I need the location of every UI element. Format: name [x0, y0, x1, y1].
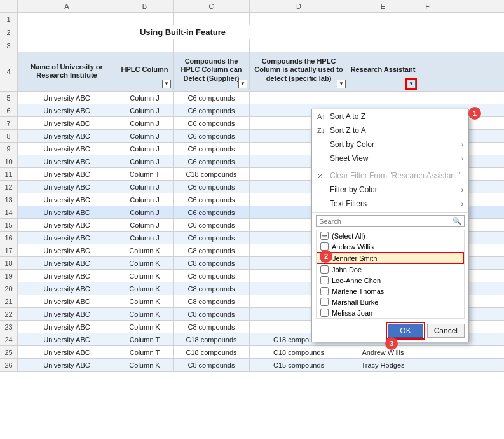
cell-3-d: [174, 39, 250, 52]
checklist-label: Marlene Thomas: [332, 288, 384, 295]
text-filters-label: Text Filters: [330, 199, 367, 208]
sheet-view-item[interactable]: Sheet View ›: [312, 151, 468, 165]
cell-10-c: Column J: [116, 155, 174, 167]
rownum-25: 25: [0, 346, 18, 358]
checklist-checkbox[interactable]: [320, 309, 329, 317]
cell-8-d: C6 compounds: [174, 130, 250, 142]
separator-1: [312, 167, 468, 167]
ok-button[interactable]: OK: [388, 324, 423, 338]
header-compounds-lab: Compounds the HPLC Column is actually us…: [250, 52, 348, 90]
cell-15-c: Column J: [116, 219, 174, 231]
checklist-item[interactable]: Jennifer Smith: [317, 252, 464, 264]
checklist-checkbox[interactable]: [320, 298, 329, 306]
sort-by-color-item[interactable]: Sort by Color ›: [312, 137, 468, 151]
cell-10-b: University ABC: [18, 155, 116, 167]
filter-by-color-item[interactable]: Filter by Color ›: [312, 183, 468, 197]
cell-26-g: [418, 359, 437, 371]
search-icon: 🔍: [453, 217, 461, 225]
checklist-checkbox[interactable]: [320, 242, 329, 251]
cell-2-g: [418, 25, 437, 39]
filter-btn-supplier[interactable]: ▼: [238, 80, 247, 88]
rownum-15: 15: [0, 219, 18, 231]
search-input[interactable]: [319, 218, 453, 225]
cell-8-c: Column J: [116, 130, 174, 142]
checklist-item[interactable]: (Select All): [317, 230, 464, 241]
cell-26-f: Tracy Hodges: [348, 359, 418, 371]
cell-7-c: Column J: [116, 117, 174, 129]
search-box[interactable]: 🔍: [316, 215, 465, 227]
cell-11-d: C18 compounds: [174, 168, 250, 180]
rownum-6: 6: [0, 104, 18, 116]
cell-25-b: University ABC: [18, 346, 116, 358]
cell-5-c: Column J: [116, 92, 174, 104]
cell-1-e: [250, 13, 348, 25]
cell-16-c: Column J: [116, 232, 174, 244]
cell-13-c: Column J: [116, 193, 174, 206]
col-header-b: B: [116, 0, 174, 12]
cell-22-d: C8 compounds: [174, 308, 250, 320]
sheet-view-label: Sheet View: [330, 154, 369, 163]
sort-by-color-arrow: ›: [461, 141, 463, 148]
header-compounds-supplier: Compounds the HPLC Column can Detect (Su…: [174, 52, 250, 90]
rownum-20: 20: [0, 282, 18, 295]
cell-11-b: University ABC: [18, 168, 116, 180]
rownum-3: 3: [0, 39, 18, 52]
checklist-item[interactable]: Marshall Burke: [317, 296, 464, 307]
cell-8-b: University ABC: [18, 130, 116, 142]
checklist-checkbox[interactable]: [320, 276, 329, 284]
annotation-3: 3: [385, 337, 398, 350]
cell-12-b: University ABC: [18, 181, 116, 193]
checklist-item[interactable]: Miriam Mitchell: [317, 318, 464, 319]
rownum-26: 26: [0, 359, 18, 371]
rownum-2: 2: [0, 25, 18, 39]
checklist-label: Marshall Burke: [332, 298, 378, 306]
cell-23-b: University ABC: [18, 321, 116, 333]
filter-btn-lab[interactable]: ▼: [337, 80, 346, 88]
checklist-checkbox[interactable]: [320, 265, 329, 274]
checklist-label: Melissa Joan: [332, 309, 372, 317]
sort-a-z-item[interactable]: A↑ Sort A to Z: [312, 109, 468, 123]
checklist-item[interactable]: Marlene Thomas: [317, 286, 464, 296]
cell-24-b: University ABC: [18, 333, 116, 345]
cell-21-b: University ABC: [18, 295, 116, 307]
table-row: 5 University ABC Column J C6 compounds: [0, 92, 504, 104]
checklist: (Select All)Andrew WillisJennifer SmithJ…: [316, 230, 465, 319]
checklist-item[interactable]: Lee-Anne Chen: [317, 275, 464, 286]
row-3: 3: [0, 39, 504, 52]
clear-filter-item[interactable]: ⊘ Clear Filter From "Research Assistant": [312, 169, 468, 183]
checklist-item[interactable]: John Doe: [317, 264, 464, 275]
cancel-button[interactable]: Cancel: [427, 324, 465, 338]
rownum-4: 4: [0, 52, 18, 91]
filter-btn-hplc[interactable]: ▼: [162, 80, 171, 88]
rownum-22: 22: [0, 308, 18, 320]
cell-5-b: University ABC: [18, 92, 116, 104]
checklist-label: Lee-Anne Chen: [332, 277, 381, 284]
filter-btn-research-assistant[interactable]: ▼: [407, 80, 416, 88]
filter-by-color-label: Filter by Color: [330, 185, 378, 194]
sort-z-a-item[interactable]: Z↓ Sort Z to A: [312, 123, 468, 137]
row-2: 2 Using Built-in Feature: [0, 25, 504, 39]
checklist-checkbox[interactable]: [320, 232, 329, 240]
cell-15-b: University ABC: [18, 219, 116, 231]
cell-19-c: Column K: [116, 270, 174, 282]
rownum-14: 14: [0, 206, 18, 218]
rownum-10: 10: [0, 155, 18, 167]
cell-21-c: Column K: [116, 295, 174, 307]
cell-14-c: Column J: [116, 206, 174, 218]
checklist-item[interactable]: Melissa Joan: [317, 307, 464, 318]
filter-dropdown: A↑ Sort A to Z Z↓ Sort Z to A Sort by Co…: [311, 109, 469, 342]
sort-by-color-label: Sort by Color: [330, 140, 374, 149]
cell-3-c: [116, 39, 174, 52]
cell-14-d: C6 compounds: [174, 206, 250, 218]
cell-25-f: Andrew Willis: [348, 346, 418, 358]
rownum-8: 8: [0, 130, 18, 142]
cell-16-b: University ABC: [18, 232, 116, 244]
checklist-checkbox[interactable]: [320, 287, 329, 295]
checklist-item[interactable]: Andrew Willis: [317, 241, 464, 252]
rownum-5: 5: [0, 92, 18, 104]
cell-2-f: [348, 25, 418, 39]
row-1: 1: [0, 13, 504, 25]
text-filters-item[interactable]: Text Filters ›: [312, 197, 468, 211]
cell-3-b: [18, 39, 116, 52]
filter-by-color-arrow: ›: [461, 186, 463, 193]
